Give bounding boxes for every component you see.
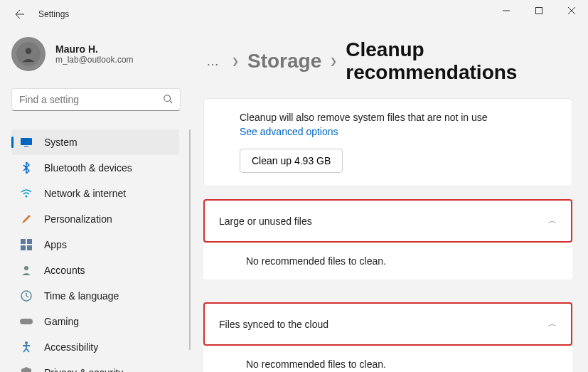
- section-title: Large or unused files: [219, 216, 312, 227]
- accounts-icon: [20, 264, 33, 277]
- sidebar-item-apps[interactable]: Apps: [11, 232, 179, 257]
- cleanup-card: Cleanup will also remove system files th…: [203, 98, 572, 186]
- search-input[interactable]: [19, 94, 163, 105]
- sidebar-item-label: Personalization: [44, 213, 112, 225]
- sidebar-item-label: Network & internet: [44, 188, 126, 199]
- sidebar-item-label: Bluetooth & devices: [44, 162, 132, 174]
- breadcrumb-ellipsis[interactable]: …: [203, 54, 223, 69]
- sidebar-item-label: Gaming: [44, 316, 79, 327]
- sidebar-item-gaming[interactable]: Gaming: [11, 309, 179, 334]
- sidebar-item-bluetooth[interactable]: Bluetooth & devices: [11, 155, 179, 181]
- sidebar-item-accessibility[interactable]: Accessibility: [11, 334, 179, 360]
- svg-rect-11: [21, 239, 26, 244]
- sidebar-item-label: Apps: [44, 239, 67, 250]
- chevron-up-icon: ︿: [548, 318, 557, 330]
- section-cloud-body: No recommended files to clean.: [203, 346, 572, 372]
- sidebar-item-label: Accounts: [44, 265, 85, 276]
- main-content: … ❯ Storage ❯ Cleanup recommendations Cl…: [191, 28, 588, 372]
- svg-rect-12: [27, 239, 32, 244]
- accessibility-icon: [20, 341, 33, 354]
- svg-rect-1: [536, 8, 542, 14]
- breadcrumb-current: Cleanup recommendations: [346, 38, 572, 84]
- advanced-options-link[interactable]: See advanced options: [240, 126, 536, 137]
- svg-point-15: [24, 266, 28, 270]
- svg-line-7: [170, 100, 173, 103]
- back-button[interactable]: [9, 3, 31, 26]
- bluetooth-icon: [20, 161, 33, 174]
- svg-rect-14: [27, 245, 32, 250]
- search-icon: [163, 94, 173, 106]
- cleanup-description: Cleanup will also remove system files th…: [240, 112, 536, 123]
- sidebar-item-network[interactable]: Network & internet: [11, 181, 179, 206]
- brush-icon: [20, 213, 33, 225]
- gaming-icon: [20, 315, 33, 328]
- breadcrumb: … ❯ Storage ❯ Cleanup recommendations: [203, 38, 572, 84]
- section-cloud-files[interactable]: Files synced to the cloud ︿: [203, 302, 572, 346]
- chevron-right-icon: ❯: [330, 56, 337, 66]
- privacy-icon: [20, 366, 33, 372]
- sidebar-nav: System Bluetooth & devices Network & int…: [11, 129, 191, 372]
- sidebar-item-system[interactable]: System: [11, 129, 179, 155]
- back-arrow-icon: [14, 9, 26, 20]
- sidebar: Mauro H. m_lab@outlook.com System Blueto…: [0, 28, 191, 372]
- svg-rect-17: [20, 319, 33, 324]
- wifi-icon: [20, 187, 33, 200]
- profile-email: m_lab@outlook.com: [55, 55, 134, 65]
- maximize-button[interactable]: [523, 0, 555, 21]
- chevron-up-icon: ︿: [548, 215, 557, 227]
- close-button[interactable]: [555, 0, 588, 21]
- section-large-body: No recommended files to clean.: [203, 243, 572, 280]
- profile-block[interactable]: Mauro H. m_lab@outlook.com: [11, 34, 191, 74]
- breadcrumb-parent[interactable]: Storage: [247, 50, 321, 73]
- sidebar-item-label: Privacy & security: [44, 367, 123, 372]
- sidebar-item-label: Accessibility: [44, 341, 98, 353]
- svg-rect-8: [21, 138, 32, 145]
- sidebar-item-privacy[interactable]: Privacy & security: [11, 360, 179, 372]
- chevron-right-icon: ❯: [232, 56, 239, 66]
- avatar: [11, 37, 46, 71]
- svg-point-18: [25, 341, 28, 344]
- cleanup-button[interactable]: Clean up 4.93 GB: [240, 149, 343, 173]
- svg-rect-13: [21, 245, 26, 250]
- section-large-files[interactable]: Large or unused files ︿: [203, 199, 572, 243]
- apps-icon: [20, 238, 33, 251]
- svg-point-5: [26, 48, 32, 55]
- window-controls: [490, 0, 588, 21]
- nav-scrollbar[interactable]: [189, 129, 191, 350]
- sidebar-item-accounts[interactable]: Accounts: [11, 257, 179, 283]
- window-title: Settings: [38, 9, 69, 19]
- time-icon: [20, 289, 33, 302]
- svg-rect-9: [24, 146, 28, 147]
- search-box[interactable]: [11, 88, 181, 111]
- sidebar-item-time[interactable]: Time & language: [11, 283, 179, 309]
- system-icon: [20, 136, 33, 149]
- profile-name: Mauro H.: [55, 43, 134, 55]
- section-title: Files synced to the cloud: [219, 319, 328, 330]
- sidebar-item-personalization[interactable]: Personalization: [11, 206, 179, 232]
- minimize-button[interactable]: [490, 0, 523, 21]
- svg-point-10: [26, 196, 28, 198]
- sidebar-item-label: System: [44, 137, 77, 148]
- svg-point-6: [164, 95, 171, 101]
- sidebar-item-label: Time & language: [44, 290, 119, 302]
- titlebar: Settings: [0, 0, 588, 28]
